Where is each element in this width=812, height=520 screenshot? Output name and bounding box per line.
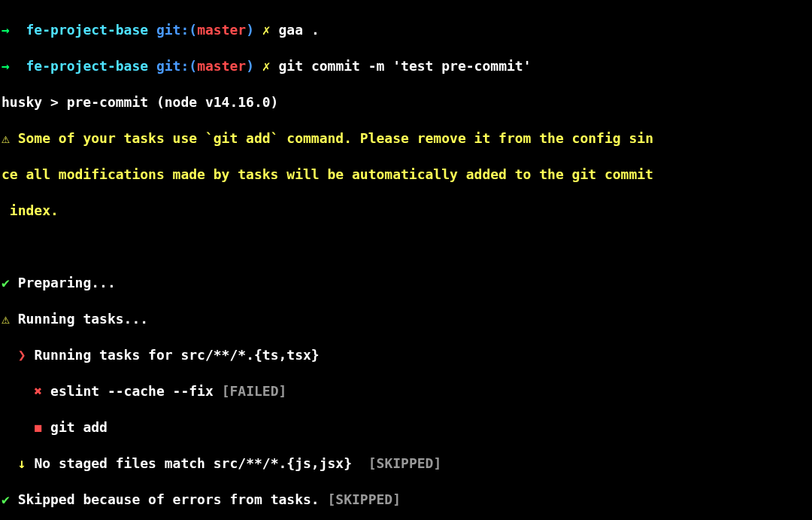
prompt-arrow-icon: → — [2, 58, 10, 74]
down-arrow-icon: ↓ — [18, 455, 26, 471]
prompt-line-1: → fe-project-base git:(master) ✗ gaa . — [2, 21, 812, 39]
prompt-dirty-icon: ✗ — [262, 58, 271, 74]
prompt-git-close: ) — [246, 58, 254, 74]
prompt-line-2: → fe-project-base git:(master) ✗ git com… — [2, 57, 812, 75]
square-icon: ◼ — [34, 419, 42, 435]
command-1: gaa . — [279, 22, 320, 38]
husky-start: husky > pre-commit (node v14.16.0) — [2, 93, 812, 111]
subtask-git-add: ◼ git add — [2, 418, 812, 436]
subtask-ts: ❯ Running tasks for src/**/*.{ts,tsx} — [2, 346, 812, 364]
subtask-eslint-failed: ✖ eslint --cache --fix [FAILED] — [2, 382, 812, 400]
warn-icon: ⚠ — [2, 130, 10, 146]
prompt-git: git:( — [156, 22, 197, 38]
prompt-dirty-icon: ✗ — [262, 22, 271, 38]
subtask-skipped-js: ↓ No staged files match src/**/*.{js,jsx… — [2, 455, 812, 473]
spinner-icon: ❯ — [18, 347, 26, 363]
terminal-output: → fe-project-base git:(master) ✗ gaa . →… — [0, 0, 812, 520]
prompt-git-close: ) — [246, 22, 254, 38]
prompt-branch: master — [197, 22, 246, 38]
check-icon: ✔ — [2, 491, 10, 507]
check-icon: ✔ — [2, 275, 10, 290]
prompt-arrow-icon: → — [2, 22, 10, 38]
prompt-branch: master — [197, 58, 246, 74]
warning-text-3: index. — [2, 202, 812, 220]
prompt-folder: fe-project-base — [26, 22, 149, 38]
warning-text-1: Some of your tasks use `git add` command… — [18, 130, 653, 146]
command-2: git commit -m 'test pre-commit' — [279, 58, 532, 74]
warning-line-1: ⚠ Some of your tasks use `git add` comma… — [2, 129, 812, 147]
warn-icon: ⚠ — [2, 311, 10, 327]
prompt-git: git:( — [156, 58, 197, 74]
warning-text-2: ce all modifications made by tasks will … — [2, 166, 812, 184]
prompt-folder: fe-project-base — [26, 58, 149, 74]
step-preparing: ✔ Preparing... — [2, 274, 812, 292]
blank — [2, 238, 812, 256]
step-skipped-errors: ✔ Skipped because of errors from tasks. … — [2, 491, 812, 509]
step-running-tasks: ⚠ Running tasks... — [2, 310, 812, 328]
fail-icon: ✖ — [34, 383, 42, 399]
